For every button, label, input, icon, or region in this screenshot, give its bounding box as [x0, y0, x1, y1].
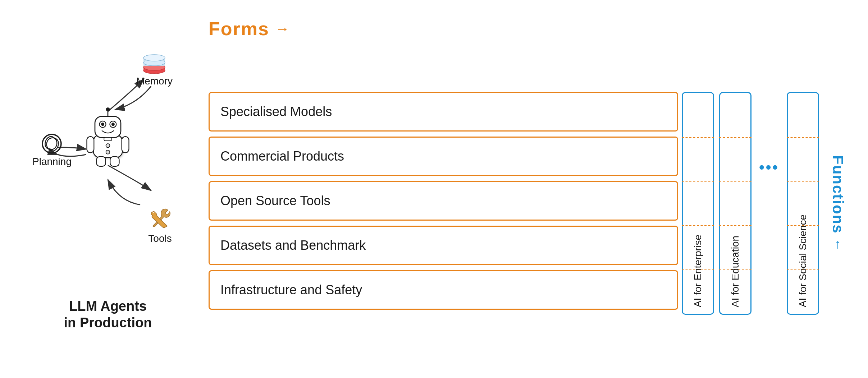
row-bar-opensource: Open Source Tools: [209, 181, 678, 221]
svg-rect-24: [110, 157, 119, 166]
left-panel: Memory Planning: [22, 14, 194, 364]
memory-label: Memory: [136, 75, 173, 87]
svg-point-17: [111, 123, 115, 126]
col-enterprise: AI for Enterprise: [682, 92, 714, 315]
svg-point-16: [101, 123, 104, 126]
title-line1: LLM Agents: [64, 298, 152, 315]
svg-point-19: [106, 144, 110, 148]
memory-icon: [142, 54, 167, 74]
col-label-enterprise: AI for Enterprise: [692, 235, 704, 307]
svg-rect-11: [95, 117, 121, 138]
functions-label: Functions ↑: [829, 92, 846, 315]
title-block: LLM Agents in Production: [64, 298, 152, 331]
svg-rect-23: [97, 157, 106, 166]
svg-point-8: [143, 55, 165, 61]
tools-icon: [147, 206, 173, 231]
matrix-container: Specialised Models Commercial Products O…: [209, 92, 846, 315]
functions-arrow: ↑: [835, 236, 841, 252]
robot-container: [79, 104, 137, 169]
forms-arrow: →: [275, 21, 289, 37]
forms-label: Forms →: [209, 18, 289, 40]
cols-section: AI for Enterprise AI for Education •••: [682, 92, 846, 315]
row-bar-specialised: Specialised Models: [209, 92, 678, 132]
col-label-social: AI for Social Science: [797, 215, 809, 307]
tools-item: Tools: [147, 206, 173, 244]
row-bar-datasets: Datasets and Benchmark: [209, 226, 678, 265]
svg-point-13: [106, 107, 110, 111]
diagram-area: Memory Planning: [32, 47, 183, 291]
svg-point-20: [106, 150, 110, 154]
rows-section: Specialised Models Commercial Products O…: [209, 92, 678, 315]
right-panel: Forms → Specialised Models Commercial Pr…: [194, 14, 846, 364]
forms-text: Forms: [209, 18, 269, 40]
col-social-science: AI for Social Science: [787, 92, 819, 315]
col-label-education: AI for Education: [730, 236, 741, 307]
robot-icon: [79, 104, 137, 169]
planning-item: Planning: [32, 133, 72, 167]
title-line2: in Production: [64, 315, 152, 331]
svg-rect-22: [122, 137, 129, 153]
planning-icon: [41, 133, 63, 155]
planning-label: Planning: [32, 156, 72, 167]
row-bar-commercial: Commercial Products: [209, 137, 678, 176]
tools-label: Tools: [148, 233, 172, 244]
ellipsis-col: •••: [757, 92, 782, 315]
svg-rect-21: [87, 137, 94, 153]
main-container: Memory Planning: [0, 0, 868, 378]
col-education: AI for Education: [719, 92, 751, 315]
memory-item: Memory: [136, 54, 173, 87]
row-bar-infra: Infrastructure and Safety: [209, 270, 678, 310]
ellipsis-dots: •••: [759, 159, 779, 176]
functions-text: Functions: [829, 155, 846, 234]
svg-rect-18: [104, 138, 112, 141]
